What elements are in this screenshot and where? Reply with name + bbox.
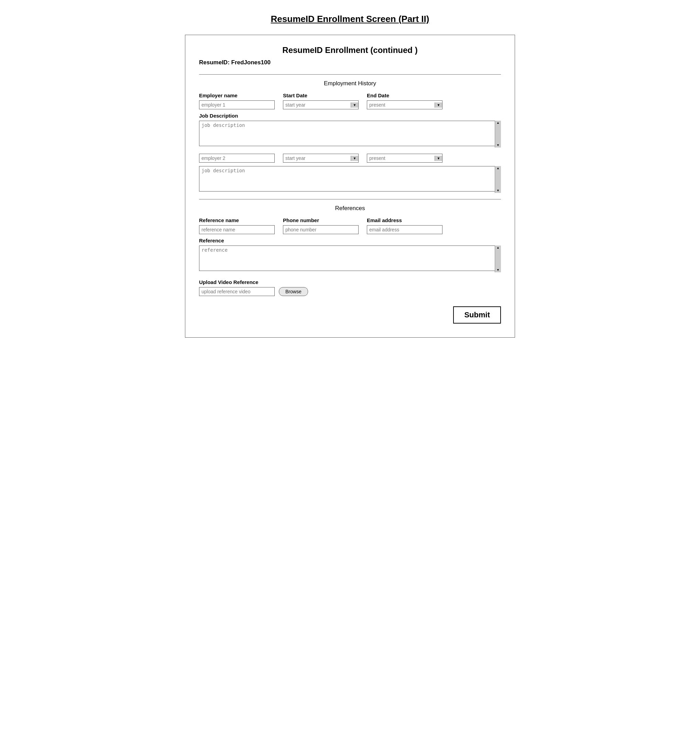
employer-2-block: ▼ ▼ ▲ ▼ <box>199 154 501 193</box>
form-main-title: ResumeID Enrollment (continued ) <box>199 46 501 55</box>
ref-scroll-up-icon[interactable]: ▲ <box>496 246 500 249</box>
ref-textarea-row: Reference ▲ ▼ <box>199 238 501 272</box>
employer-1-desc-wrapper: ▲ ▼ <box>199 121 501 148</box>
employer-1-end-dropdown-icon[interactable]: ▼ <box>434 103 442 108</box>
references-section: References Reference name Phone number E… <box>199 205 501 272</box>
employer-1-name-input[interactable] <box>199 100 275 109</box>
submit-button[interactable]: Submit <box>453 306 501 324</box>
employer-2-desc-row: ▲ ▼ <box>199 166 501 193</box>
phone-label: Phone number <box>283 217 359 223</box>
divider-top <box>199 74 501 75</box>
employer-2-header-row: ▼ ▼ <box>199 154 501 163</box>
end-date-label: End Date <box>367 92 442 98</box>
employer-1-start-input[interactable] <box>283 101 351 109</box>
employer-2-end-input[interactable] <box>367 154 434 162</box>
employer-1-scroll-btns: ▲ ▼ <box>495 121 501 148</box>
employer-1-start-dropdown-icon[interactable]: ▼ <box>351 103 358 108</box>
resume-id-label: ResumeID: FredJones100 <box>199 59 501 66</box>
employer-1-scroll-down-icon[interactable]: ▼ <box>496 144 500 147</box>
upload-row: Browse <box>199 287 501 296</box>
employer-2-start-select[interactable]: ▼ <box>283 154 359 163</box>
email-label: Email address <box>367 217 442 223</box>
upload-label: Upload Video Reference <box>199 279 501 285</box>
ref-name-input[interactable] <box>199 225 275 234</box>
divider-middle <box>199 199 501 200</box>
ref-name-label: Reference name <box>199 217 275 223</box>
upload-video-input[interactable] <box>199 287 275 296</box>
employer-name-label: Employer name <box>199 92 275 98</box>
submit-row: Submit <box>199 306 501 324</box>
email-label-col: Email address <box>367 217 442 234</box>
employer-2-start-col: ▼ <box>283 154 359 163</box>
employer-1-scroll-up-icon[interactable]: ▲ <box>496 121 500 125</box>
phone-label-col: Phone number <box>283 217 359 234</box>
job-description-label-1: Job Description <box>199 113 501 119</box>
end-date-col: End Date ▼ <box>367 92 442 109</box>
employer-2-end-col: ▼ <box>367 154 442 163</box>
employer-name-col: Employer name <box>199 92 275 109</box>
upload-section: Upload Video Reference Browse <box>199 279 501 296</box>
employer-1-start-select[interactable]: ▼ <box>283 100 359 109</box>
employer-1-end-select[interactable]: ▼ <box>367 100 442 109</box>
phone-input[interactable] <box>283 225 359 234</box>
employment-history-title: Employment History <box>199 80 501 87</box>
employer-2-end-select[interactable]: ▼ <box>367 154 442 163</box>
employer-1-block: Employer name Start Date ▼ End Date ▼ Jo… <box>199 92 501 148</box>
ref-scroll-btns: ▲ ▼ <box>495 245 501 272</box>
ref-name-label-col: Reference name <box>199 217 275 234</box>
start-date-col: Start Date ▼ <box>283 92 359 109</box>
employer-2-scroll-up-icon[interactable]: ▲ <box>496 167 500 170</box>
references-labels-row: Reference name Phone number Email addres… <box>199 217 501 234</box>
email-input[interactable] <box>367 225 442 234</box>
employer-2-end-dropdown-icon[interactable]: ▼ <box>434 156 442 161</box>
employer-2-desc-wrapper: ▲ ▼ <box>199 166 501 193</box>
employer-2-scroll-down-icon[interactable]: ▼ <box>496 189 500 192</box>
employer-2-desc-textarea[interactable] <box>199 166 501 192</box>
browse-button[interactable]: Browse <box>279 287 308 296</box>
employer-2-start-input[interactable] <box>283 154 351 162</box>
employer-2-name-input[interactable] <box>199 154 275 163</box>
ref-scroll-down-icon[interactable]: ▼ <box>496 269 500 272</box>
ref-textarea[interactable] <box>199 245 501 271</box>
upload-input-wrapper <box>199 287 275 296</box>
employer-1-end-input[interactable] <box>367 101 434 109</box>
page-title: ResumeID Enrollment Screen (Part II) <box>271 14 429 24</box>
start-date-label: Start Date <box>283 92 359 98</box>
ref-textarea-wrapper: ▲ ▼ <box>199 245 501 272</box>
employer-2-name-col <box>199 154 275 163</box>
ref-label: Reference <box>199 238 501 244</box>
employer-1-desc-textarea[interactable] <box>199 121 501 146</box>
employer-1-desc-row: Job Description ▲ ▼ <box>199 113 501 148</box>
employer-2-start-dropdown-icon[interactable]: ▼ <box>351 156 358 161</box>
employer-1-header-row: Employer name Start Date ▼ End Date ▼ <box>199 92 501 109</box>
form-container: ResumeID Enrollment (continued ) ResumeI… <box>185 35 515 338</box>
employer-2-scroll-btns: ▲ ▼ <box>495 166 501 193</box>
references-title: References <box>199 205 501 212</box>
